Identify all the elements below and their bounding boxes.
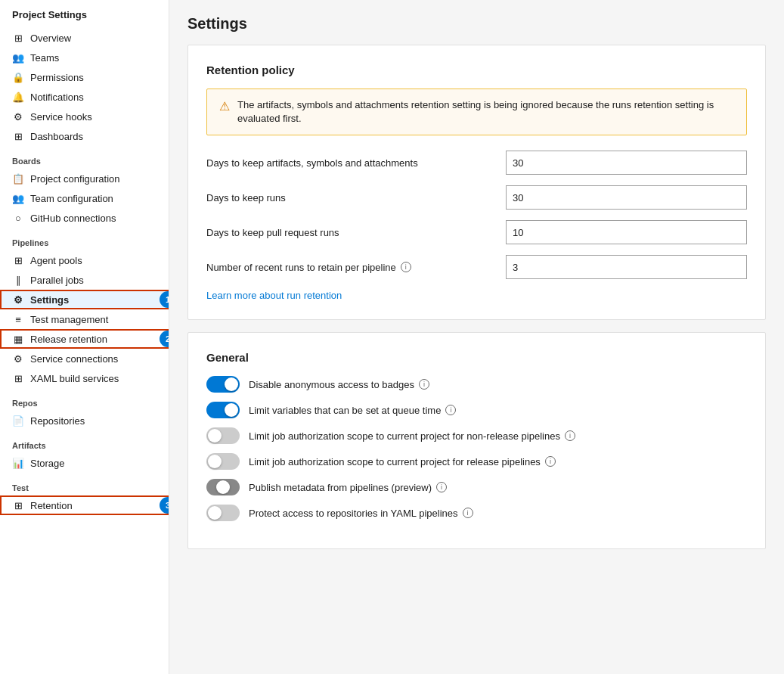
badge-3: 3 bbox=[160, 497, 169, 514]
toggle-0[interactable] bbox=[206, 376, 240, 393]
sidebar-section-boards: Boards bbox=[0, 146, 169, 169]
retention-field-row-0: Days to keep artifacts, symbols and atta… bbox=[206, 151, 747, 175]
sidebar-item-parallel-jobs[interactable]: ∥Parallel jobs bbox=[0, 270, 169, 290]
info-icon: i bbox=[463, 508, 473, 518]
sidebar-section-pipelines: Pipelines bbox=[0, 228, 169, 250]
warning-banner: ⚠ The artifacts, symbols and attachments… bbox=[206, 89, 747, 135]
nav-icon: 📄 bbox=[12, 415, 24, 427]
retention-policy-card: Retention policy ⚠ The artifacts, symbol… bbox=[187, 45, 766, 320]
sidebar-item-repositories[interactable]: 📄Repositories bbox=[0, 411, 169, 430]
sidebar-item-notifications[interactable]: 🔔Notifications bbox=[0, 87, 169, 107]
nav-icon: ⊞ bbox=[12, 499, 24, 511]
badge-1: 1 bbox=[160, 291, 169, 308]
field-label-1: Days to keep runs bbox=[206, 192, 494, 203]
sidebar-section-test: Test bbox=[0, 473, 169, 495]
nav-icon: 📋 bbox=[12, 172, 24, 185]
retention-section-title: Retention policy bbox=[206, 64, 747, 76]
nav-icon: ⚙ bbox=[12, 294, 24, 306]
nav-icon: ⊞ bbox=[12, 130, 24, 142]
nav-icon: 👥 bbox=[12, 192, 24, 204]
warning-icon: ⚠ bbox=[219, 99, 230, 113]
learn-more-link[interactable]: Learn more about run retention bbox=[206, 290, 342, 301]
sidebar-item-service-connections[interactable]: ⚙Service connections bbox=[0, 349, 169, 368]
sidebar: Project Settings ⊞Overview👥Teams🔒Permiss… bbox=[0, 0, 169, 674]
sidebar-title: Project Settings bbox=[0, 0, 169, 28]
sidebar-item-overview[interactable]: ⊞Overview bbox=[0, 28, 169, 48]
sidebar-item-retention[interactable]: ⊞Retention3 bbox=[0, 495, 169, 515]
toggle-row-0: Disable anonymous access to badgesi bbox=[206, 376, 747, 393]
toggle-label-5: Protect access to repositories in YAML p… bbox=[249, 508, 473, 519]
sidebar-item-settings[interactable]: ⚙Settings1 bbox=[0, 290, 169, 309]
nav-icon: ⊞ bbox=[12, 32, 24, 44]
toggle-row-1: Limit variables that can be set at queue… bbox=[206, 402, 747, 418]
sidebar-section-repos: Repos bbox=[0, 388, 169, 411]
nav-icon: ⚙ bbox=[12, 110, 24, 123]
info-icon: i bbox=[545, 456, 556, 467]
sidebar-item-github-connections[interactable]: ○GitHub connections bbox=[0, 208, 169, 228]
field-input-1[interactable] bbox=[506, 185, 747, 210]
toggle-label-1: Limit variables that can be set at queue… bbox=[249, 405, 456, 416]
toggle-label-4: Publish metadata from pipelines (preview… bbox=[249, 482, 447, 493]
toggle-2[interactable] bbox=[206, 427, 240, 444]
sidebar-item-teams[interactable]: 👥Teams bbox=[0, 48, 169, 67]
sidebar-item-test-management[interactable]: ≡Test management bbox=[0, 309, 169, 329]
nav-icon: ○ bbox=[12, 212, 24, 224]
toggle-3[interactable] bbox=[206, 453, 240, 470]
sidebar-item-team-configuration[interactable]: 👥Team configuration bbox=[0, 188, 169, 208]
retention-field-row-2: Days to keep pull request runs bbox=[206, 220, 747, 244]
info-icon: i bbox=[565, 430, 575, 441]
nav-icon: ▦ bbox=[12, 333, 24, 345]
sidebar-item-permissions[interactable]: 🔒Permissions bbox=[0, 67, 169, 87]
field-label-3: Number of recent runs to retain per pipe… bbox=[206, 262, 494, 273]
toggle-row-4: Publish metadata from pipelines (preview… bbox=[206, 479, 747, 495]
nav-icon: ≡ bbox=[12, 313, 24, 325]
page-title: Settings bbox=[187, 15, 766, 33]
warning-text: The artifacts, symbols and attachments r… bbox=[237, 98, 734, 126]
nav-icon: 🔒 bbox=[12, 71, 24, 83]
toggle-1[interactable] bbox=[206, 402, 240, 418]
sidebar-item-project-configuration[interactable]: 📋Project configuration bbox=[0, 169, 169, 188]
info-icon: i bbox=[401, 262, 411, 272]
toggle-row-2: Limit job authorization scope to current… bbox=[206, 427, 747, 444]
nav-icon: ∥ bbox=[12, 274, 24, 286]
info-icon: i bbox=[445, 405, 456, 415]
badge-2: 2 bbox=[160, 331, 169, 347]
field-input-0[interactable] bbox=[506, 151, 747, 175]
field-label-0: Days to keep artifacts, symbols and atta… bbox=[206, 157, 494, 169]
toggle-label-0: Disable anonymous access to badgesi bbox=[249, 379, 429, 390]
nav-icon: ⊞ bbox=[12, 254, 24, 266]
field-input-3[interactable] bbox=[506, 255, 747, 279]
sidebar-item-release-retention[interactable]: ▦Release retention2 bbox=[0, 329, 169, 349]
general-section-title: General bbox=[206, 351, 747, 364]
nav-icon: 👥 bbox=[12, 51, 24, 64]
sidebar-item-xaml-build-services[interactable]: ⊞XAML build services bbox=[0, 368, 169, 388]
toggle-row-5: Protect access to repositories in YAML p… bbox=[206, 505, 747, 521]
info-icon: i bbox=[436, 482, 447, 492]
nav-icon: 📊 bbox=[12, 457, 24, 469]
field-input-2[interactable] bbox=[506, 220, 747, 244]
sidebar-item-dashboards[interactable]: ⊞Dashboards bbox=[0, 126, 169, 146]
main-content: Settings Retention policy ⚠ The artifact… bbox=[169, 0, 784, 674]
retention-field-row-3: Number of recent runs to retain per pipe… bbox=[206, 255, 747, 279]
toggle-label-3: Limit job authorization scope to current… bbox=[249, 456, 556, 467]
nav-icon: ⚙ bbox=[12, 353, 24, 365]
sidebar-item-agent-pools[interactable]: ⊞Agent pools bbox=[0, 250, 169, 270]
nav-icon: 🔔 bbox=[12, 91, 24, 103]
sidebar-section-artifacts: Artifacts bbox=[0, 430, 169, 453]
toggle-label-2: Limit job authorization scope to current… bbox=[249, 430, 575, 442]
toggle-4[interactable] bbox=[206, 479, 240, 495]
retention-field-row-1: Days to keep runs bbox=[206, 185, 747, 210]
toggle-5[interactable] bbox=[206, 505, 240, 521]
sidebar-item-storage[interactable]: 📊Storage bbox=[0, 453, 169, 473]
info-icon: i bbox=[419, 379, 429, 390]
general-card: General Disable anonymous access to badg… bbox=[187, 332, 766, 549]
nav-icon: ⊞ bbox=[12, 372, 24, 384]
sidebar-item-service-hooks[interactable]: ⚙Service hooks bbox=[0, 107, 169, 126]
toggle-row-3: Limit job authorization scope to current… bbox=[206, 453, 747, 470]
field-label-2: Days to keep pull request runs bbox=[206, 227, 494, 238]
